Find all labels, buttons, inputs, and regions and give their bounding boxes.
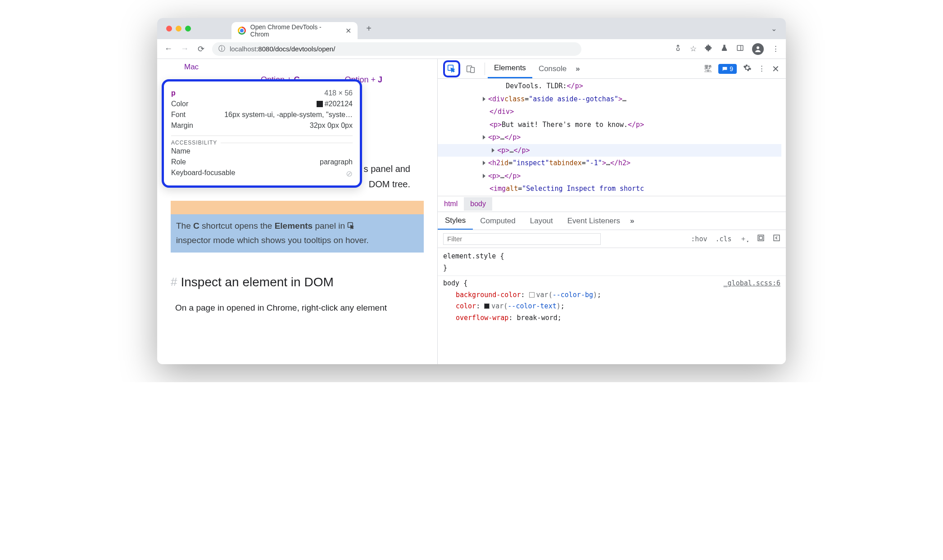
anchor-hash-icon[interactable]: # — [171, 275, 177, 289]
tooltip-color-label: Color — [171, 100, 188, 108]
dom-node[interactable]: <div class="aside aside--gotchas">… — [451, 93, 781, 106]
chrome-window: Open Chrome DevTools - Chrom ✕ + ⌄ ← → ⟳… — [157, 18, 786, 364]
tooltip-font-value: 16px system-ui, -apple-system, "syste… — [224, 111, 353, 119]
chrome-favicon-icon — [238, 27, 246, 35]
styles-toolbar: :hov .cls ＋▾ — [438, 230, 786, 248]
tooltip-tag: p — [171, 89, 176, 97]
source-link[interactable]: _global.scss:6 — [724, 278, 780, 289]
page-paragraph-2: On a page in opened in Chrome, right-cli… — [171, 303, 424, 313]
tooltip-margin-value: 32px 0px 0px — [310, 122, 353, 130]
more-styles-tabs[interactable]: » — [627, 217, 637, 226]
styles-filter-input[interactable] — [443, 233, 601, 245]
rendering-panel-icon[interactable] — [773, 234, 780, 244]
inspect-element-button[interactable] — [443, 60, 460, 77]
reload-button[interactable]: ⟳ — [196, 44, 206, 54]
tooltip-margin-label: Margin — [171, 122, 193, 130]
bookmark-icon[interactable]: ☆ — [690, 44, 697, 54]
close-devtools-button[interactable]: ✕ — [772, 63, 780, 74]
tab-console[interactable]: Console — [532, 59, 573, 78]
devtools-panel: Elements Console » 墅 9 ⋮ ✕ DevTools. TLD… — [437, 59, 786, 364]
svg-rect-8 — [759, 236, 762, 239]
tab-event-listeners[interactable]: Event Listeners — [560, 212, 627, 230]
tooltip-role-value: paragraph — [320, 158, 353, 166]
svg-rect-6 — [471, 67, 474, 72]
svg-point-2 — [757, 46, 759, 49]
new-tab-button[interactable]: + — [362, 23, 376, 34]
tab-styles[interactable]: Styles — [438, 212, 473, 230]
highlighted-paragraph[interactable]: The C shortcut opens the Elements panel … — [171, 201, 424, 253]
svg-rect-7 — [758, 235, 764, 241]
more-tabs-button[interactable]: » — [573, 64, 582, 73]
address-bar[interactable]: ⓘ localhost:8080/docs/devtools/open/ — [212, 42, 581, 56]
device-toolbar-button[interactable] — [464, 64, 477, 73]
toggle-hov[interactable]: :hov — [691, 235, 707, 243]
labs-icon[interactable] — [721, 44, 728, 54]
styles-tabbar: Styles Computed Layout Event Listeners » — [438, 212, 786, 230]
tooltip-a11y-header: ACCESSIBILITY — [171, 135, 353, 146]
browser-tab[interactable]: Open Chrome DevTools - Chrom ✕ — [231, 22, 358, 39]
tab-title: Open Chrome DevTools - Chrom — [250, 23, 341, 38]
dom-breadcrumb[interactable]: html body — [438, 196, 786, 212]
dom-node[interactable]: DevTools. TLDR:</p> — [451, 80, 781, 93]
tab-computed[interactable]: Computed — [473, 212, 522, 230]
tooltip-name-label: Name — [171, 147, 190, 155]
tab-bar: Open Chrome DevTools - Chrom ✕ + ⌄ — [157, 18, 786, 39]
url-host: localhost — [230, 45, 256, 53]
dom-tree[interactable]: DevTools. TLDR:</p> <div class="aside as… — [438, 79, 786, 196]
back-button[interactable]: ← — [163, 44, 173, 54]
breadcrumb-html[interactable]: html — [438, 197, 464, 211]
browser-menu-icon[interactable]: ⋮ — [772, 44, 780, 54]
tabs-dropdown-icon[interactable]: ⌄ — [771, 24, 777, 33]
close-window-button[interactable] — [166, 26, 172, 32]
forward-button[interactable]: → — [180, 44, 190, 54]
svg-rect-0 — [737, 45, 743, 50]
tooltip-color-value: #202124 — [317, 100, 353, 108]
toggle-cls[interactable]: .cls — [715, 235, 731, 243]
tab-elements[interactable]: Elements — [488, 59, 532, 78]
settings-icon[interactable] — [743, 63, 752, 74]
svg-rect-9 — [774, 235, 780, 241]
margin-overlay — [171, 201, 424, 214]
page-viewport: Mac Option + C Option + J p418 × 56 Colo… — [157, 59, 437, 364]
site-info-icon[interactable]: ⓘ — [218, 45, 225, 53]
dom-node[interactable]: <p>…</p> — [451, 131, 781, 144]
side-panel-icon[interactable] — [736, 44, 744, 54]
dom-node[interactable]: </div> — [451, 105, 781, 118]
toolbar: ← → ⟳ ⓘ localhost:8080/docs/devtools/ope… — [157, 39, 786, 59]
tooltip-font-label: Font — [171, 111, 186, 119]
breadcrumb-body[interactable]: body — [464, 197, 492, 211]
url-path: :8080/docs/devtools/open/ — [256, 45, 335, 53]
close-tab-button[interactable]: ✕ — [345, 27, 351, 35]
tooltip-kbd-label: Keyboard-focusable — [171, 169, 235, 179]
styles-pane[interactable]: element.style { } body {_global.scss:6 b… — [438, 248, 786, 364]
platform-label: Mac — [184, 63, 199, 71]
minimize-window-button[interactable] — [176, 26, 181, 32]
tooltip-role-label: Role — [171, 158, 186, 166]
computed-styles-icon[interactable] — [757, 234, 765, 244]
dom-node[interactable]: <h2 id="inspect" tabindex="-1">…</h2> — [451, 157, 781, 170]
dom-node[interactable]: <p>But wait! There's more to know.</p> — [451, 118, 781, 131]
devtools-menu-icon[interactable]: ⋮ — [758, 64, 766, 73]
page-heading: Inspect an element in DOM — [181, 275, 333, 289]
share-icon[interactable] — [674, 44, 682, 54]
profile-avatar[interactable] — [752, 43, 764, 55]
dom-node-selected[interactable]: <p>…</p> — [438, 144, 781, 157]
devtools-tabbar: Elements Console » 墅 9 ⋮ ✕ — [438, 59, 786, 79]
dom-node[interactable]: <img alt="Selecting Inspect from shortc — [451, 182, 781, 195]
extensions-icon[interactable] — [705, 44, 712, 54]
new-style-rule-icon[interactable]: ＋▾ — [740, 235, 749, 244]
window-controls — [166, 26, 191, 32]
dom-node[interactable]: <p>…</p> — [451, 170, 781, 183]
tab-layout[interactable]: Layout — [523, 212, 560, 230]
inspect-tooltip: p418 × 56 Color#202124 Font16px system-u… — [162, 79, 362, 188]
maximize-window-button[interactable] — [185, 26, 191, 32]
tooltip-dimensions: 418 × 56 — [324, 89, 353, 97]
inspect-icon — [347, 220, 355, 228]
not-focusable-icon: ⊘ — [346, 169, 353, 179]
issues-badge[interactable]: 9 — [718, 64, 737, 74]
content-overlay: The C shortcut opens the Elements panel … — [171, 214, 424, 253]
